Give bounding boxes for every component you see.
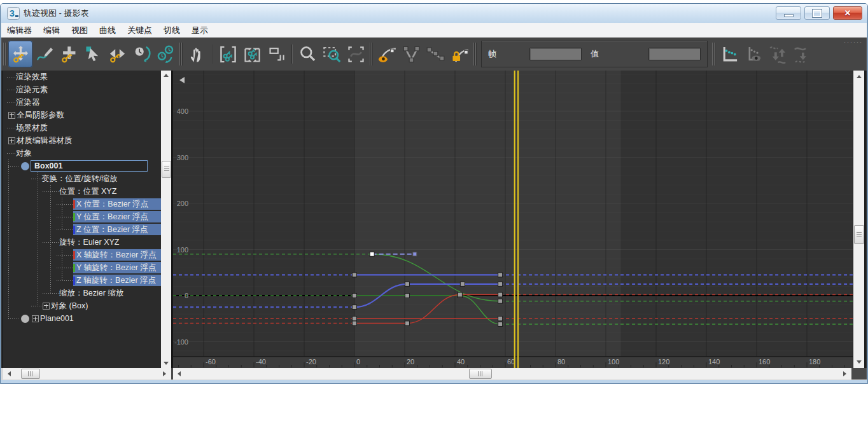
tree-row-Z-位置-Bezier-浮点[interactable]: Z 位置：Bezier 浮点 [3, 223, 161, 236]
draw-curves-icon[interactable] [32, 41, 57, 67]
menu-item-3[interactable]: 视图 [66, 24, 94, 38]
tree-row-Y-位置-Bezier-浮点[interactable]: Y 位置：Bezier 浮点 [3, 210, 161, 223]
tree-row-Z-轴旋转-Bezier-浮点[interactable]: Z 轴旋转：Bezier 浮点 [3, 274, 161, 287]
show-curve-stats-icon[interactable] [717, 41, 741, 67]
tree-row-变换-位置-旋转-缩放[interactable]: 变换：位置/旋转/缩放 [3, 172, 161, 185]
graph-vertical-scrollbar[interactable] [853, 71, 864, 368]
menu-item-5[interactable]: 关键点 [122, 24, 158, 38]
tree-horizontal-scroll-thumb[interactable] [21, 369, 40, 379]
expand-plus-icon[interactable] [43, 303, 50, 310]
tangent-handle-end[interactable] [413, 252, 417, 256]
menu-item-1[interactable]: 编辑器 [1, 24, 38, 38]
expand-plus-icon[interactable] [8, 112, 15, 119]
graph-horizontal-scroll-thumb[interactable] [469, 369, 492, 379]
tree-row-全局阴影参数[interactable]: 全局阴影参数 [3, 109, 161, 121]
tree-row-场景材质[interactable]: 场景材质 [3, 121, 161, 134]
tree-row-缩放-Bezier-缩放[interactable]: 缩放：Bezier 缩放 [3, 287, 161, 299]
keyframe[interactable] [498, 317, 503, 321]
tree-row-渲染器[interactable]: 渲染器 [3, 96, 161, 109]
break-tangents-icon[interactable] [399, 41, 423, 67]
keyframe[interactable] [458, 292, 462, 297]
keyframe[interactable] [353, 273, 357, 277]
slide-keys-icon[interactable] [105, 41, 129, 67]
move-keys-icon[interactable] [8, 41, 32, 67]
keyframe[interactable] [405, 294, 409, 298]
tree-row-Plane001[interactable]: Plane001 [3, 312, 161, 325]
keyframe[interactable] [498, 322, 503, 326]
tree-vertical-scroll-thumb[interactable] [162, 161, 171, 178]
convert-curves-icon[interactable] [766, 41, 790, 67]
graph-vertical-scroll-thumb[interactable] [854, 225, 864, 244]
graph-scroll-right-button[interactable] [840, 369, 850, 378]
window-title-bar[interactable]: 3 轨迹视图 - 摄影表 ✕ [1, 4, 867, 23]
tree-vertical-scrollbar[interactable] [161, 71, 171, 368]
keyframe[interactable] [405, 282, 409, 286]
tree-row-渲染效果[interactable]: 渲染效果 [3, 71, 161, 83]
keyframe[interactable] [460, 282, 465, 286]
pan-icon[interactable] [185, 41, 209, 67]
show-tangents-eye-icon[interactable] [741, 41, 766, 67]
lock-tangents-icon[interactable] [447, 41, 472, 67]
tree-scroll-up-button[interactable] [161, 71, 171, 80]
tree-scroll-down-button[interactable] [161, 359, 171, 368]
keyframe[interactable] [353, 321, 357, 325]
graph-scroll-left-button[interactable] [174, 369, 184, 378]
resize-corner[interactable] [851, 368, 867, 380]
tree-row-旋转-Euler-XYZ[interactable]: 旋转：Euler XYZ [3, 236, 161, 249]
tree-row-Y-轴旋转-Bezier-浮点[interactable]: Y 轴旋转：Bezier 浮点 [3, 261, 161, 274]
keyframe[interactable] [498, 299, 503, 303]
tree-row-对象--Box-[interactable]: 对象 (Box) [3, 299, 161, 312]
tree-row-对象[interactable]: 对象 [3, 147, 161, 160]
tree-row-X-位置-Bezier-浮点[interactable]: X 位置：Bezier 浮点 [3, 198, 161, 210]
tree-row-X-轴旋转-Bezier-浮点[interactable]: X 轴旋转：Bezier 浮点 [3, 249, 161, 261]
keyframe[interactable] [405, 321, 409, 325]
time-slider-line-left[interactable] [514, 71, 515, 368]
time-slider-line-right[interactable] [517, 71, 519, 368]
graph-scroll-down-button[interactable] [854, 357, 864, 367]
zoom-region-icon[interactable] [319, 41, 344, 67]
tree-row-渲染元素[interactable]: 渲染元素 [3, 83, 161, 96]
unify-tangents-icon[interactable] [423, 41, 447, 67]
menu-item-6[interactable]: 切线 [158, 24, 186, 38]
expand-plus-icon[interactable] [32, 315, 39, 322]
keyframe[interactable] [498, 282, 503, 286]
tree-scroll-left-button[interactable] [4, 369, 14, 378]
expand-plus-icon[interactable] [8, 137, 15, 144]
menu-item-2[interactable]: 编辑 [38, 24, 66, 38]
tree-row-位置-位置-XYZ[interactable]: 位置：位置 XYZ [3, 185, 161, 198]
tree-row-Box001[interactable]: Box001 [3, 160, 161, 172]
show-tangents-icon[interactable] [375, 41, 399, 67]
frame-all-keys-icon[interactable] [240, 41, 264, 67]
scale-keys-icon[interactable] [129, 41, 153, 67]
keyframe[interactable] [498, 292, 503, 297]
frame-selected-keys-icon[interactable] [216, 41, 240, 67]
value-input[interactable] [648, 48, 701, 60]
select-keys-icon[interactable] [81, 41, 105, 67]
add-keys-icon[interactable] [57, 41, 81, 67]
tree-scroll-right-button[interactable] [160, 369, 169, 378]
tree-horizontal-scrollbar[interactable] [3, 368, 171, 380]
scale-values-icon[interactable] [153, 41, 178, 67]
fit-curves-icon[interactable] [344, 41, 368, 67]
keyframe[interactable] [353, 305, 357, 310]
selected-keyframe[interactable] [370, 252, 374, 256]
collapse-arrow-icon[interactable] [179, 77, 185, 83]
frame-input[interactable] [529, 48, 582, 60]
keyframe[interactable] [353, 294, 357, 298]
keyframe[interactable] [498, 273, 503, 277]
curve-graph[interactable]: -60-40-200204060801001201401601804003002… [173, 71, 853, 368]
isolate-curve-icon[interactable] [264, 41, 288, 67]
menu-item-4[interactable]: 曲线 [94, 24, 122, 38]
keyframe[interactable] [353, 317, 357, 321]
zoom-icon[interactable] [295, 41, 319, 67]
minimize-button[interactable] [776, 6, 801, 20]
graph-horizontal-scrollbar[interactable] [173, 368, 851, 380]
maximize-button[interactable] [804, 6, 830, 20]
tree-row-材质编辑器材质[interactable]: 材质编辑器材质 [3, 134, 161, 147]
menu-item-7[interactable]: 显示 [186, 24, 214, 38]
track-tree-panel[interactable]: 渲染效果渲染元素渲染器全局阴影参数场景材质材质编辑器材质对象Box001变换：位… [3, 71, 161, 368]
close-button[interactable]: ✕ [833, 6, 862, 20]
graph-scroll-up-button[interactable] [854, 72, 864, 81]
reduce-keys-icon[interactable] [790, 41, 814, 67]
tree-connector-vline [38, 172, 38, 306]
